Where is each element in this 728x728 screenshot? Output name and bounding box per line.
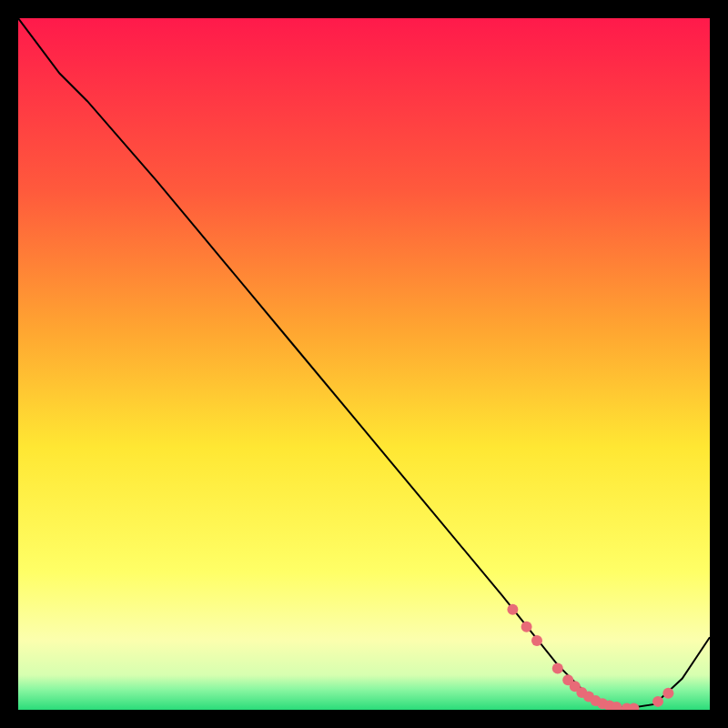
- chart-frame: TheBottleneck.com: [18, 18, 710, 710]
- marker-dot: [652, 696, 663, 707]
- marker-dot: [507, 604, 518, 615]
- marker-dot: [531, 635, 542, 646]
- marker-dot: [521, 622, 532, 632]
- marker-dot: [552, 662, 563, 673]
- gradient-background: [18, 18, 710, 710]
- marker-dot: [662, 688, 673, 699]
- bottleneck-chart: [18, 18, 710, 710]
